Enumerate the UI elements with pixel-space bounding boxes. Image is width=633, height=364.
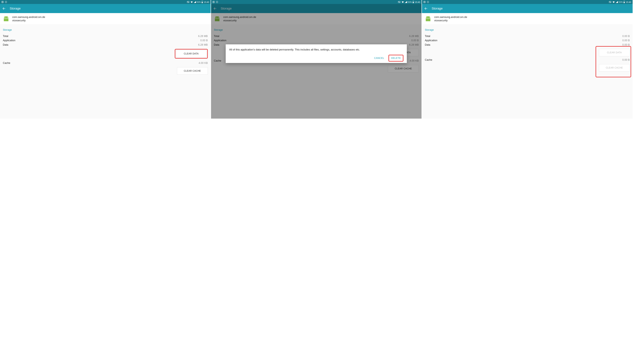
application-value: 0.00 B [200, 38, 208, 43]
total-label: Total [3, 34, 8, 38]
data-value: 6.28 MB [198, 43, 208, 47]
cache-value: 4.00 KB [199, 61, 208, 65]
package-name: com.samsung.android.sm.de vicesecurity [12, 15, 45, 22]
clear-data-button[interactable]: CLEAR DATA [176, 50, 207, 58]
svg-rect-32 [624, 2, 624, 3]
cache-label: Cache [425, 58, 432, 62]
total-row: Total 6.28 MB [3, 34, 208, 38]
battery-icon [201, 1, 203, 3]
app-header: com.samsung.android.sm.de vicesecurity [0, 13, 211, 25]
action-bar: Storage [0, 4, 211, 13]
battery-percentage: 52% [619, 1, 622, 3]
battery-icon [413, 1, 414, 3]
back-icon[interactable] [424, 7, 428, 10]
application-value: 0.00 B [622, 38, 630, 43]
battery-icon [623, 1, 625, 3]
cache-row: Cache 4.00 KB [3, 61, 208, 65]
battery-percentage: 52% [197, 1, 201, 3]
clear-cache-button: CLEAR CACHE [599, 64, 630, 72]
svg-point-27 [424, 2, 425, 2]
status-time: 15:40 [626, 1, 631, 3]
svg-rect-6 [202, 2, 203, 3]
application-label: Application [3, 38, 15, 43]
page-title: Storage [432, 7, 443, 10]
svg-rect-12 [4, 18, 9, 19]
wifi-icon [612, 1, 615, 3]
total-label: Total [425, 34, 430, 38]
phone-screen-3: 52% 15:40 Storage com.samsung.android.sm… [422, 0, 633, 118]
signal-icon [616, 1, 618, 3]
svg-point-1 [2, 2, 3, 2]
total-value: 0.00 B [622, 34, 630, 38]
status-time: 15:40 [204, 1, 209, 3]
package-name: com.samsung.android.sm.de vicesecurity [434, 15, 467, 22]
storage-section: Storage Total 6.28 MB Application 0.00 B… [0, 25, 211, 75]
cache-label: Cache [3, 61, 10, 65]
section-title: Storage [425, 28, 630, 32]
svg-rect-5 [202, 1, 202, 1]
vibrate-icon [398, 1, 401, 3]
action-bar: Storage [422, 4, 632, 13]
data-row: Data 0.00 B [425, 43, 630, 47]
clear-data-button: CLEAR DATA [599, 49, 630, 56]
data-label: Data [3, 43, 8, 47]
svg-rect-19 [413, 2, 414, 3]
vibrate-icon [609, 1, 611, 3]
app-header: com.samsung.android.sm.de vicesecurity [422, 13, 632, 25]
wifi-icon [402, 1, 404, 3]
svg-point-9 [7, 18, 8, 18]
svg-point-35 [429, 18, 430, 18]
status-bar: 52% 15:40 [422, 0, 632, 4]
sync-icon [216, 1, 218, 3]
highlight-clear-data: CLEAR DATA [175, 49, 208, 58]
dialog-message: All of this application's data will be d… [229, 48, 403, 52]
sync-icon [5, 1, 7, 3]
signal-icon [405, 1, 407, 3]
section-title: Storage [3, 28, 208, 32]
svg-rect-18 [413, 1, 413, 1]
total-row: Total 0.00 B [425, 34, 630, 38]
cancel-button[interactable]: CANCEL [372, 55, 387, 61]
wifi-icon [190, 1, 193, 3]
application-row: Application 0.00 B [425, 38, 630, 43]
application-label: Application [425, 38, 437, 43]
vibrate-icon [187, 1, 190, 3]
image-icon [423, 1, 426, 3]
data-label: Data [425, 43, 430, 47]
svg-rect-38 [426, 18, 430, 19]
svg-point-8 [5, 18, 5, 18]
svg-point-34 [427, 18, 427, 18]
android-icon [425, 16, 431, 22]
image-icon [212, 1, 215, 3]
battery-percentage: 52% [408, 1, 412, 3]
confirm-dialog: All of this application's data will be d… [226, 44, 407, 63]
data-value: 0.00 B [622, 43, 630, 47]
application-row: Application 0.00 B [3, 38, 208, 43]
signal-icon [194, 1, 196, 3]
data-row: Data 6.28 MB [3, 43, 208, 47]
phone-screen-2: 52% 15:40 Storage com.samsung.android.sm… [211, 0, 422, 118]
clear-cache-button[interactable]: CLEAR CACHE [177, 67, 208, 75]
cache-row: Cache 0.00 B [425, 58, 630, 62]
back-icon[interactable] [2, 7, 6, 10]
total-value: 6.28 MB [198, 34, 208, 38]
svg-rect-31 [624, 1, 624, 1]
sync-icon [427, 1, 429, 3]
status-time: 15:40 [415, 1, 420, 3]
delete-button[interactable]: DELETE [389, 55, 404, 62]
status-bar: 52% 15:40 [0, 0, 211, 4]
phone-screen-1: 52% 15:40 Storage com.samsung.android.sm… [0, 0, 211, 118]
storage-section: Storage Total 0.00 B Application 0.00 B … [422, 25, 632, 72]
cache-value: 0.00 B [622, 58, 630, 62]
page-title: Storage [10, 7, 21, 10]
image-icon [2, 1, 4, 3]
svg-point-14 [213, 2, 213, 2]
android-icon [3, 16, 10, 22]
status-bar: 52% 15:40 [211, 0, 422, 4]
